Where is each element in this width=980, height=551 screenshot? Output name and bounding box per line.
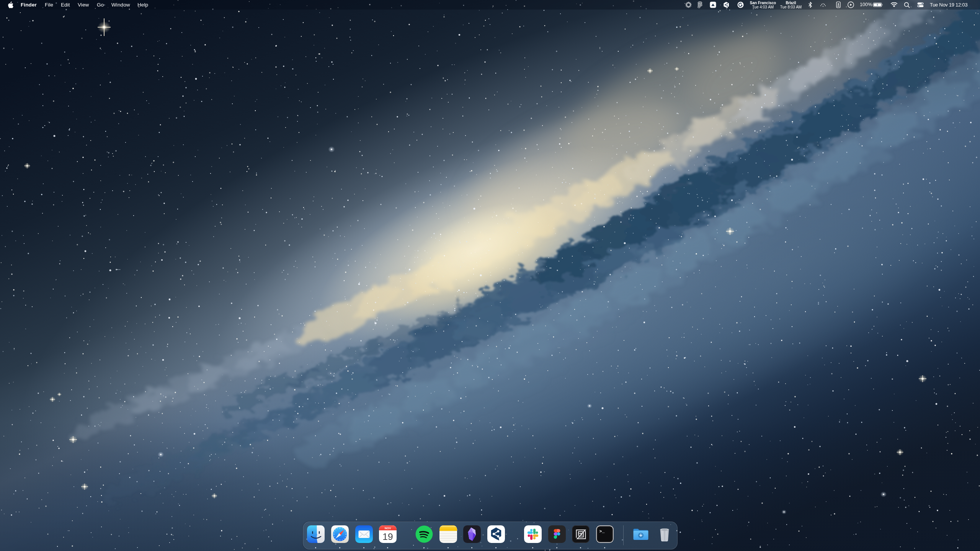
svg-text:>_: >_	[599, 529, 604, 534]
svg-text:19: 19	[383, 531, 393, 542]
svg-text:NOV: NOV	[385, 526, 391, 530]
